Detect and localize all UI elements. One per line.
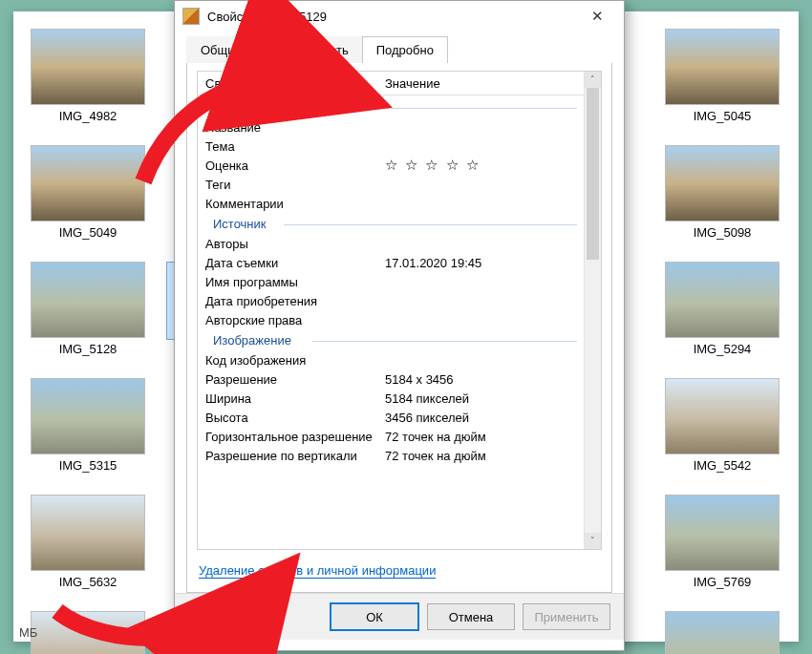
thumbnail-label: IMG_5294	[665, 342, 780, 356]
thumbnail-image	[31, 378, 145, 454]
group-line	[284, 224, 577, 225]
thumbnail-item[interactable]: IMG_5769	[665, 495, 780, 589]
prop-value: 17.01.2020 19:45	[381, 256, 585, 270]
row-comments[interactable]: Комментарии	[198, 194, 585, 213]
thumbnail-item[interactable]: IMG_5632	[31, 495, 145, 589]
close-button[interactable]: ✕	[578, 8, 616, 25]
tab-general[interactable]: Общие	[186, 36, 256, 63]
header-value[interactable]: Значение	[381, 76, 601, 91]
row-hres[interactable]: Горизонтальное разрешение 72 точек на дю…	[198, 427, 585, 446]
thumbnail-label: IMG_5098	[665, 225, 780, 240]
tab-strip: Общие Безопасность Подробно	[186, 36, 612, 64]
group-line	[284, 108, 577, 109]
thumbnail-label: IMG_5128	[31, 342, 145, 356]
thumbnail-label: IMG_5769	[665, 575, 780, 589]
scroll-down-button[interactable]: ˅	[585, 533, 601, 549]
thumbnail-label: IMG_5045	[665, 109, 780, 123]
prop-label: Теги	[198, 178, 381, 192]
thumbnail-item[interactable]: IMG_5098	[665, 145, 780, 240]
row-authors[interactable]: Авторы	[198, 234, 585, 253]
thumbnail-label: IMG_5542	[665, 458, 780, 473]
group-label: Источник	[213, 217, 267, 231]
ok-button[interactable]: ОК	[330, 602, 419, 631]
thumbnail-label: IMG_4982	[31, 109, 145, 123]
prop-value: 5184 пикселей	[381, 391, 585, 406]
prop-value: 72 точек на дюйм	[381, 449, 585, 463]
group-image: Изображение	[198, 329, 585, 350]
prop-label: Имя программы	[198, 275, 381, 289]
scroll-up-button[interactable]: ˄	[585, 72, 601, 88]
properties-list: Свойство Значение Описание Название Тема	[197, 71, 602, 550]
prop-label: Горизонтальное разрешение	[198, 430, 381, 444]
titlebar[interactable]: Свойства: IMG_5129 ✕	[175, 1, 624, 32]
properties-header: Свойство Значение	[198, 72, 601, 95]
thumbnail-image	[31, 145, 145, 222]
thumbnail-image	[665, 145, 780, 222]
prop-label: Оценка	[198, 158, 381, 173]
remove-properties-link[interactable]: Удаление свойств и личной информации	[199, 563, 436, 579]
group-label: Описание	[213, 100, 270, 115]
thumbnail-label: IMG_5049	[31, 225, 145, 240]
prop-label: Авторы	[198, 237, 381, 251]
prop-label: Разрешение по вертикали	[198, 449, 381, 463]
cancel-button[interactable]: Отмена	[427, 603, 515, 630]
thumbnail-image	[31, 262, 145, 338]
row-rating[interactable]: Оценка ☆ ☆ ☆ ☆ ☆	[198, 156, 585, 175]
thumbnail-image	[665, 29, 780, 105]
prop-label: Дата приобретения	[198, 294, 381, 308]
thumbnail-image	[31, 611, 145, 654]
group-line	[312, 341, 577, 342]
group-label: Изображение	[213, 333, 291, 348]
row-height[interactable]: Высота 3456 пикселей	[198, 408, 585, 427]
properties-scroll: Описание Название Тема Оценка ☆ ☆ ☆ ☆ ☆	[198, 95, 585, 549]
thumbnail-item[interactable]	[31, 611, 145, 654]
row-date-acquired[interactable]: Дата приобретения	[198, 291, 585, 310]
prop-label: Дата съемки	[198, 256, 381, 270]
thumbnail-item[interactable]: IMG_5049	[31, 145, 145, 240]
row-title[interactable]: Название	[198, 117, 585, 137]
thumbnail-item[interactable]: IMG_5045	[665, 29, 780, 123]
prop-label: Авторские права	[198, 313, 381, 327]
file-icon	[182, 8, 200, 25]
thumbnail-image	[665, 378, 780, 454]
properties-dialog: Свойства: IMG_5129 ✕ Общие Безопасность …	[174, 0, 625, 651]
thumbnail-image	[665, 262, 780, 338]
scroll-thumb[interactable]	[587, 88, 599, 260]
thumbnail-image	[665, 495, 780, 571]
group-description: Описание	[198, 96, 585, 117]
prop-label: Разрешение	[198, 372, 381, 387]
apply-button[interactable]: Применить	[523, 603, 610, 630]
prop-value: 3456 пикселей	[381, 411, 585, 425]
thumbnail-item[interactable]: IMG_4982	[31, 29, 145, 123]
row-width[interactable]: Ширина 5184 пикселей	[198, 389, 585, 408]
row-dimensions[interactable]: Разрешение 5184 x 3456	[198, 369, 585, 389]
thumbnail-label: IMG_5315	[31, 458, 145, 473]
thumbnail-item[interactable]	[665, 611, 780, 654]
thumbnail-item[interactable]: IMG_5542	[665, 378, 780, 473]
group-source: Источник	[198, 213, 585, 234]
thumbnail-item[interactable]: IMG_5294	[665, 262, 780, 356]
prop-value: 72 точек на дюйм	[381, 430, 585, 444]
vertical-scrollbar[interactable]: ˄ ˅	[584, 72, 601, 549]
tab-details[interactable]: Подробно	[362, 36, 448, 63]
thumbnail-image	[31, 495, 145, 571]
row-program[interactable]: Имя программы	[198, 272, 585, 291]
row-vres[interactable]: Разрешение по вертикали 72 точек на дюйм	[198, 446, 585, 465]
thumbnail-label: IMG_5632	[31, 575, 145, 589]
header-property[interactable]: Свойство	[198, 76, 381, 91]
row-image-id[interactable]: Код изображения	[198, 350, 585, 369]
thumbnail-item[interactable]: IMG_5315	[31, 378, 145, 473]
thumbnail-image	[31, 29, 145, 105]
tab-security[interactable]: Безопасность	[255, 36, 363, 63]
prop-label: Тема	[198, 139, 381, 154]
prop-label: Высота	[198, 411, 381, 425]
row-subject[interactable]: Тема	[198, 137, 585, 156]
row-date-taken[interactable]: Дата съемки 17.01.2020 19:45	[198, 253, 585, 272]
dialog-title: Свойства: IMG_5129	[207, 10, 578, 24]
dialog-footer: ОК Отмена Применить	[175, 593, 624, 640]
thumbnail-item[interactable]: IMG_5128	[31, 262, 145, 356]
row-tags[interactable]: Теги	[198, 175, 585, 194]
row-copyright[interactable]: Авторские права	[198, 310, 585, 329]
rating-stars[interactable]: ☆ ☆ ☆ ☆ ☆	[381, 157, 585, 174]
prop-label: Ширина	[198, 391, 381, 406]
